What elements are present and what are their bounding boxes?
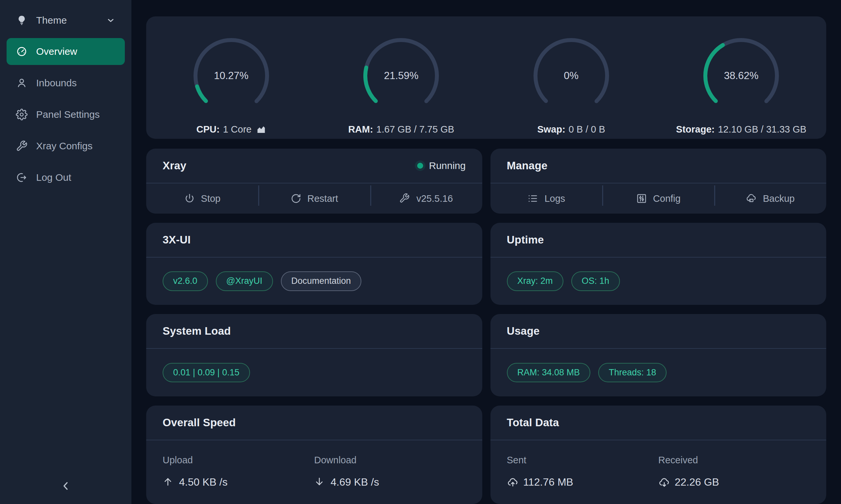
backup-label: Backup — [763, 193, 795, 204]
version-tag[interactable]: v2.6.0 — [162, 271, 208, 291]
ram-gauge-ring: 21.59% — [363, 38, 439, 113]
restart-button[interactable]: Restart — [258, 183, 370, 214]
received-metric: Received 22.26 GB — [658, 455, 810, 504]
total-data-card-header: Total Data — [491, 406, 826, 440]
wrench-icon — [16, 140, 28, 152]
swap-label-rest: 0 B / 0 B — [569, 124, 605, 135]
ram-usage-tag: RAM: 34.08 MB — [507, 363, 591, 382]
manage-card: Manage Logs — [491, 149, 826, 214]
usage-tags: RAM: 34.08 MB Threads: 18 — [491, 349, 826, 396]
xray-uptime-tag: Xray: 2m — [507, 271, 563, 291]
cpu-label: CPU:1 Core — [196, 124, 266, 135]
threads-tag: Threads: 18 — [598, 363, 667, 382]
cpu-label-bold: CPU: — [196, 124, 220, 135]
received-data-text: 22.26 GB — [675, 476, 719, 488]
sidebar-footer — [0, 468, 132, 504]
sidebar-item-log-out[interactable]: Log Out — [6, 164, 125, 191]
stop-button[interactable]: Stop — [146, 183, 258, 214]
uptime-card-header: Uptime — [491, 223, 826, 257]
overall-speed-card: Overall Speed Upload 4.50 KB /s Downlo — [146, 406, 482, 504]
cpu-label-rest: 1 Core — [223, 124, 252, 135]
xray-card: Xray Running Stop — [146, 149, 482, 214]
cpu-percent: 10.27% — [193, 38, 269, 113]
xray-version-label: v25.5.16 — [416, 193, 453, 204]
stop-label: Stop — [201, 193, 221, 204]
sidebar-item-label: Log Out — [36, 172, 71, 183]
logs-button[interactable]: Logs — [491, 183, 602, 214]
sliders-icon — [636, 193, 647, 204]
swap-label-bold: Swap: — [537, 124, 565, 135]
sidebar-item-label: Inbounds — [36, 77, 76, 89]
xui-card-title: 3X-UI — [162, 234, 191, 246]
ram-label-bold: RAM: — [348, 124, 373, 135]
theme-selector[interactable]: Theme — [6, 7, 125, 34]
xray-version-button[interactable]: v25.5.16 — [370, 183, 482, 214]
documentation-link-tag[interactable]: Documentation — [281, 271, 362, 291]
total-data-metrics: Sent 112.76 MB Received — [491, 440, 826, 504]
swap-gauge: 0% Swap:0 B / 0 B — [486, 38, 656, 135]
usage-card: Usage RAM: 34.08 MB Threads: 18 — [491, 314, 826, 396]
xui-card-header: 3X-UI — [146, 223, 482, 257]
upload-value: 4.50 KB /s — [162, 476, 314, 488]
lightbulb-icon — [16, 15, 28, 26]
xray-card-title: Xray — [162, 160, 186, 172]
sent-metric: Sent 112.76 MB — [507, 455, 658, 504]
manage-actions: Logs Config — [491, 183, 826, 214]
cards-grid: Xray Running Stop — [146, 149, 826, 504]
uptime-tags: Xray: 2m OS: 1h — [491, 257, 826, 305]
system-load-card: System Load 0.01 | 0.09 | 0.15 — [146, 314, 482, 396]
storage-gauge-ring: 38.62% — [703, 38, 779, 113]
xray-status: Running — [417, 160, 466, 171]
sent-label: Sent — [507, 455, 658, 466]
uptime-card-title: Uptime — [507, 234, 544, 246]
overall-speed-metrics: Upload 4.50 KB /s Download — [146, 440, 482, 504]
backup-button[interactable]: Backup — [714, 183, 826, 214]
received-value: 22.26 GB — [658, 476, 810, 488]
sidebar-item-label: Xray Configs — [36, 141, 93, 151]
config-button[interactable]: Config — [602, 183, 714, 214]
user-icon — [16, 77, 28, 89]
storage-label: Storage:12.10 GB / 31.33 GB — [676, 124, 807, 135]
system-stats-card: 10.27% CPU:1 Core 21.59% RAM:1.67 GB / 7… — [146, 16, 826, 139]
received-label: Received — [658, 455, 810, 466]
overall-speed-card-title: Overall Speed — [162, 416, 236, 429]
swap-percent: 0% — [533, 38, 609, 113]
sidebar-item-label: Panel Settings — [36, 109, 100, 120]
status-dot — [417, 163, 423, 169]
app-root: Theme Overview Inbounds — [0, 0, 841, 504]
upload-label: Upload — [162, 455, 314, 466]
swap-label: Swap:0 B / 0 B — [537, 124, 605, 135]
ram-gauge: 21.59% RAM:1.67 GB / 7.75 GB — [316, 38, 486, 135]
sent-data-text: 112.76 MB — [523, 476, 573, 488]
logs-label: Logs — [544, 193, 565, 204]
sidebar-item-xray-configs[interactable]: Xray Configs — [6, 132, 125, 160]
ram-label: RAM:1.67 GB / 7.75 GB — [348, 124, 454, 135]
wrench-icon — [399, 193, 410, 204]
power-icon — [184, 193, 195, 204]
xui-tags: v2.6.0 @XrayUI Documentation — [146, 257, 482, 305]
ram-percent: 21.59% — [363, 38, 439, 113]
manage-card-header: Manage — [491, 149, 826, 183]
xrayui-link-tag[interactable]: @XrayUI — [216, 271, 273, 291]
storage-gauge: 38.62% Storage:12.10 GB / 31.33 GB — [656, 38, 826, 135]
sidebar-item-panel-settings[interactable]: Panel Settings — [6, 101, 125, 128]
download-metric: Download 4.69 KB /s — [314, 455, 465, 504]
sidebar-item-inbounds[interactable]: Inbounds — [6, 70, 125, 96]
arrow-up-icon — [162, 476, 174, 488]
sent-value: 112.76 MB — [507, 476, 658, 488]
download-label: Download — [314, 455, 465, 466]
upload-speed-text: 4.50 KB /s — [179, 476, 228, 488]
dashboard-icon — [16, 46, 28, 57]
logout-icon — [16, 172, 28, 183]
download-value: 4.69 KB /s — [314, 476, 465, 488]
sidebar-item-overview[interactable]: Overview — [6, 38, 125, 65]
download-speed-text: 4.69 KB /s — [330, 476, 379, 488]
ram-label-rest: 1.67 GB / 7.75 GB — [377, 124, 454, 135]
sidebar-collapse-button[interactable] — [56, 476, 75, 496]
restart-label: Restart — [308, 193, 338, 204]
area-chart-icon[interactable] — [256, 125, 266, 134]
sidebar: Theme Overview Inbounds — [0, 0, 132, 504]
usage-card-title: Usage — [507, 325, 540, 337]
cpu-gauge: 10.27% CPU:1 Core — [146, 38, 316, 135]
os-uptime-tag: OS: 1h — [571, 271, 620, 291]
